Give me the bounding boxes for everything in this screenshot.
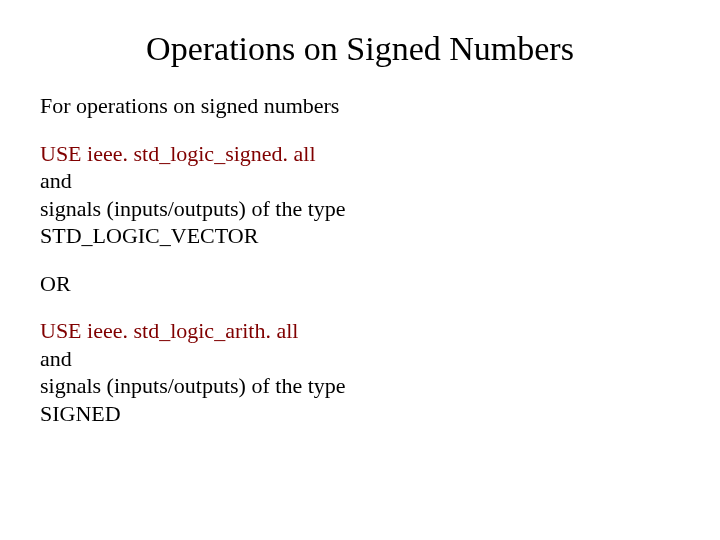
or-separator: OR bbox=[40, 270, 680, 298]
use-statement-2: USE ieee. std_logic_arith. all bbox=[40, 317, 680, 345]
signals-desc-1: signals (inputs/outputs) of the type bbox=[40, 195, 680, 223]
slide: Operations on Signed Numbers For operati… bbox=[0, 0, 720, 540]
option-block-2: USE ieee. std_logic_arith. all and signa… bbox=[40, 317, 680, 427]
use-statement-1: USE ieee. std_logic_signed. all bbox=[40, 140, 680, 168]
type-name-2: SIGNED bbox=[40, 400, 680, 428]
signals-desc-2: signals (inputs/outputs) of the type bbox=[40, 372, 680, 400]
intro-text: For operations on signed numbers bbox=[40, 92, 680, 120]
option-block-1: USE ieee. std_logic_signed. all and sign… bbox=[40, 140, 680, 250]
slide-title: Operations on Signed Numbers bbox=[40, 30, 680, 68]
conjunction-1: and bbox=[40, 167, 680, 195]
conjunction-2: and bbox=[40, 345, 680, 373]
type-name-1: STD_LOGIC_VECTOR bbox=[40, 222, 680, 250]
